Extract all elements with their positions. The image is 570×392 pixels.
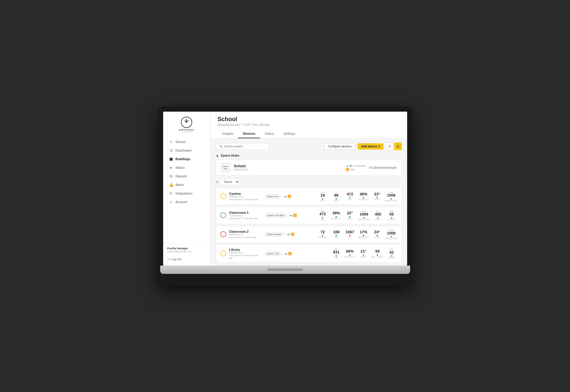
sort-select[interactable]: Name <box>221 179 240 185</box>
device-signal: ▬ 📶 <box>285 252 292 255</box>
signal-battery-icon: ▬ <box>284 195 287 198</box>
device-info: Library 296900XXXX Last synced: a few se… <box>229 248 262 259</box>
sidebar-label-dashboard: Dashboard <box>176 149 192 152</box>
grid-view-button[interactable]: ⊞ <box>386 142 394 150</box>
metric-value: 42 <box>389 250 394 255</box>
connection-status-dot <box>350 165 351 167</box>
search-box[interactable]: 🔍 <box>216 143 269 150</box>
device-status-circle <box>220 193 226 199</box>
reports-icon: ▤ <box>169 174 173 178</box>
metric: 472 CO₂ <box>344 192 356 201</box>
metric-label: NOISE <box>388 219 395 221</box>
metric: mBar 1008 PRESSURE <box>385 229 397 240</box>
device-status-circle <box>220 250 226 256</box>
tab-devices[interactable]: Devices <box>238 129 260 138</box>
metric-value: 65 <box>375 249 380 253</box>
sim-label: SIM <box>350 168 355 171</box>
sidebar-user: Facility Manager support@airthings.com <box>163 244 210 256</box>
alerts-icon: 🔔 <box>169 183 173 187</box>
signal-bars-icon: 📶 <box>288 195 291 198</box>
metric-value: 55 <box>389 212 394 216</box>
page-title-row: School Wergelandsveien 7, 0167 Oslo, Nor… <box>218 116 400 126</box>
metric: 17% HUMIDITY <box>358 230 369 238</box>
sidebar-item-dashboard[interactable]: ⊞ Dashboard <box>165 146 208 155</box>
metric-label: CO₂ <box>348 198 352 201</box>
device-card[interactable]: Cantine 296900XXXX Last synced: 5 minute… <box>216 188 402 205</box>
device-card[interactable]: Classroom 2 293000XXXX Last synced: a mi… <box>216 226 402 243</box>
metric-label: RADON <box>319 236 327 238</box>
metric-value: 455 <box>375 212 381 216</box>
sidebar-item-account[interactable]: ⊙ Account <box>165 198 208 206</box>
sidebar-label-account: Account <box>176 200 187 204</box>
metric: 65 REL. LIGHT <box>371 249 383 258</box>
tab-status[interactable]: Status <box>260 129 279 138</box>
search-icon: 🔍 <box>219 145 223 148</box>
metric-label: HUMIDITY <box>358 236 369 238</box>
airthings-logo-icon <box>181 116 192 128</box>
tab-settings[interactable]: Settings <box>279 129 300 138</box>
metric: mBar 1009 PRESSURE <box>385 191 397 202</box>
device-status-circle <box>220 212 226 218</box>
device-signal: ▬ 📶 <box>290 214 297 217</box>
metric-label: TEMP <box>374 198 380 200</box>
metric: 24° TEMP <box>372 230 383 238</box>
hub-status: ☁ Connected 📶 SIM <box>346 164 366 171</box>
account-icon: ⊙ <box>169 200 173 204</box>
sidebar-item-buildings[interactable]: ▦ Buildings <box>165 155 208 163</box>
device-toolbar: 🔍 Configure devices Add device ▾ ⊞ <box>216 142 402 150</box>
user-email: support@airthings.com <box>167 250 206 253</box>
sidebar-item-status[interactable]: ◈ Status <box>165 163 208 172</box>
sidebar-logo: AIRTHINGS FOR BUSINESS <box>163 112 210 136</box>
metric-label: CO₂ <box>348 236 352 239</box>
add-device-button[interactable]: Add device ▾ <box>358 143 383 150</box>
metric-label: PM2.5 <box>319 200 326 202</box>
sim-icon: 📶 <box>346 168 349 171</box>
metric: 22° TEMP <box>344 211 356 219</box>
metric-value: 39% <box>333 211 340 215</box>
search-input[interactable] <box>224 145 266 148</box>
signal-battery-icon: ▬ <box>287 233 290 236</box>
brand-name: AIRTHINGS <box>179 129 194 131</box>
list-view-button[interactable]: ☰ <box>394 142 402 150</box>
sidebar-item-reports[interactable]: ▤ Reports <box>165 172 208 180</box>
metrics-container: ppm 19 PM2.5 CO₂ 98 VOC 472 CO₂ 36 <box>294 191 397 202</box>
logout-icon: ↪ <box>167 258 170 261</box>
metric-label: TEMP <box>360 256 367 258</box>
metric: CO₂ 98 VOC <box>331 191 342 202</box>
device-list: Cantine 296900XXXX Last synced: 5 minute… <box>216 188 402 263</box>
metric-label: VOC <box>334 200 339 202</box>
sidebar-item-integrations[interactable]: ⧉ Integrations <box>165 189 208 197</box>
chevron-up-icon: ▲ <box>216 154 219 157</box>
metric: mBar 1009 PRESSURE <box>358 210 370 221</box>
metric-value: 472 <box>319 212 326 216</box>
sidebar-item-school[interactable]: ⊙ School <box>165 138 208 146</box>
device-card[interactable]: Library 296900XXXX Last synced: a few se… <box>216 245 402 263</box>
device-id: 311000XXXX <box>229 214 262 217</box>
logout-button[interactable]: ↪ Log out <box>163 256 210 263</box>
metric-value: 189 <box>333 230 340 234</box>
configure-devices-button[interactable]: Configure devices <box>324 143 355 150</box>
metric-value: 1008 <box>387 231 396 235</box>
sort-icon: ⇅ <box>216 180 218 184</box>
tab-insights[interactable]: Insights <box>218 129 238 138</box>
metric: ppm 831 CO₂ <box>330 248 342 259</box>
sidebar-item-alerts[interactable]: 🔔 Alerts <box>165 181 208 189</box>
device-card[interactable]: Classroom 1 311000XXXX Last synced: 3 mi… <box>216 207 402 224</box>
metric: 36% HUMIDITY <box>358 192 369 200</box>
page-title: School <box>218 116 270 123</box>
metric: dBA 55 NOISE <box>386 210 397 221</box>
filter-row: ⇅ Name <box>216 179 402 185</box>
signal-battery-icon: ▬ <box>285 252 287 255</box>
connection-status-label: Connected <box>353 164 366 167</box>
device-signal: ▬ 📶 <box>284 195 291 198</box>
screen-bezel: AIRTHINGS FOR BUSINESS ⊙ School ⊞ Dashbo… <box>158 106 412 286</box>
device-name: Classroom 2 <box>229 230 262 233</box>
metric-label: VOC <box>334 236 339 238</box>
space-hubs-section-header[interactable]: ▲ Space Hubs <box>216 154 402 157</box>
screen: AIRTHINGS FOR BUSINESS ⊙ School ⊞ Dashbo… <box>163 112 407 266</box>
logout-label: Log out <box>171 258 181 261</box>
hub-card: SpaceHub School 28200XXXX ☁ Connected <box>216 160 402 176</box>
brand-sub: FOR BUSINESS <box>179 131 194 133</box>
metric: 23° TEMP <box>372 192 383 200</box>
metric-value: 98 <box>334 193 338 197</box>
